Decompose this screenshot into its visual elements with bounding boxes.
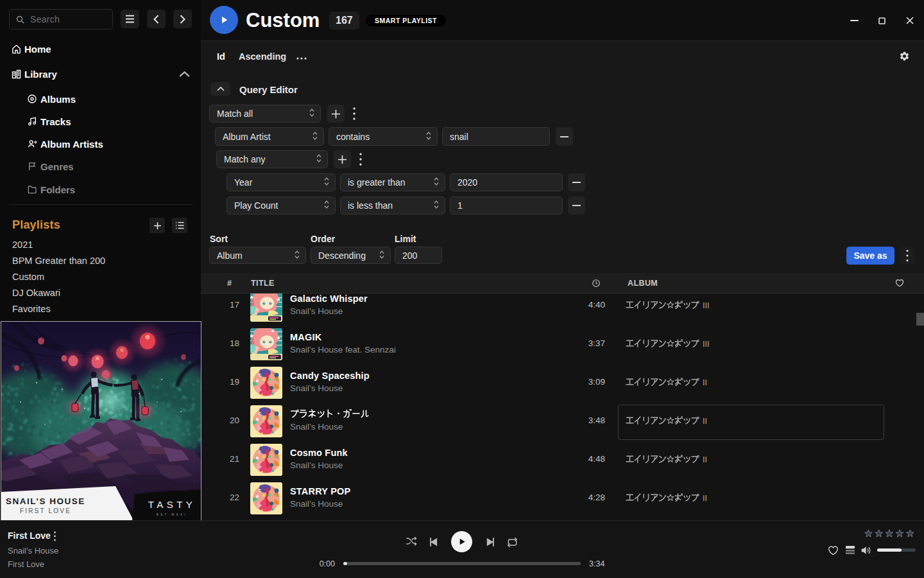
svg-text:FIRST LOVE: FIRST LOVE: [20, 507, 71, 514]
svg-text:SNAIL’S HOUSE: SNAIL’S HOUSE: [6, 496, 85, 506]
svg-text:BST.MAXI: BST.MAXI: [157, 513, 188, 516]
svg-text:TASTY: TASTY: [148, 499, 196, 510]
